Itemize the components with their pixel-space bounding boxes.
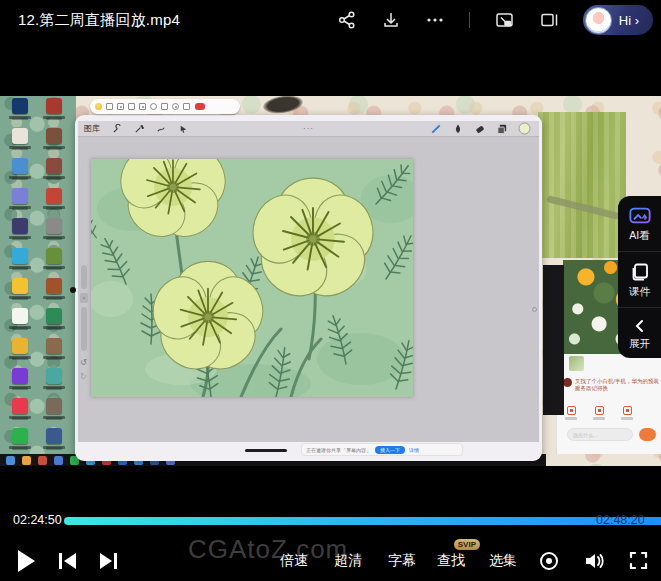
courseware-button[interactable]: 课件 bbox=[618, 251, 661, 307]
desktop-app-icon[interactable] bbox=[37, 398, 71, 428]
chat-message: 又找了个小白机/手机，华为的预装服务器记得换 bbox=[563, 378, 661, 392]
brush-size-slider[interactable] bbox=[81, 265, 87, 289]
desktop-app-icon[interactable] bbox=[3, 98, 37, 128]
watermark: CGAtoZ.com bbox=[188, 534, 348, 565]
next-episode-button[interactable] bbox=[99, 553, 117, 569]
procreate-menu-dots[interactable]: ··· bbox=[303, 124, 314, 133]
record-screen-icon[interactable] bbox=[539, 551, 559, 571]
line-tool-icon[interactable] bbox=[106, 103, 113, 110]
desktop-app-icon[interactable] bbox=[3, 278, 37, 308]
redo-button[interactable]: ↻ bbox=[80, 373, 87, 381]
desktop-app-icon[interactable] bbox=[37, 128, 71, 158]
fullscreen-icon[interactable] bbox=[629, 551, 648, 570]
undo-tool-icon[interactable] bbox=[183, 103, 190, 110]
flower-painting bbox=[91, 159, 413, 397]
toast-accept-button[interactable]: 接入一下 bbox=[375, 446, 405, 454]
progress-bar[interactable] bbox=[64, 517, 661, 525]
chat-image-thumbnail[interactable] bbox=[569, 356, 584, 371]
active-color-swatch[interactable] bbox=[518, 122, 531, 135]
desktop-app-icon[interactable] bbox=[3, 308, 37, 338]
mini-player-icon[interactable] bbox=[494, 10, 515, 30]
volume-icon[interactable] bbox=[584, 551, 605, 571]
desktop-app-icon[interactable] bbox=[3, 338, 37, 368]
play-button[interactable] bbox=[18, 550, 35, 572]
taskbar-app-icon[interactable] bbox=[6, 456, 15, 465]
desktop-app-icon[interactable] bbox=[3, 248, 37, 278]
layers-icon[interactable] bbox=[496, 123, 508, 135]
reference-painting bbox=[538, 112, 626, 258]
highlight-tool-icon[interactable] bbox=[117, 103, 124, 110]
brush-opacity-slider[interactable] bbox=[81, 307, 87, 351]
toast-detail-link[interactable]: 详情 bbox=[409, 447, 419, 453]
desktop-app-icon[interactable] bbox=[3, 398, 37, 428]
dock-window-icon[interactable] bbox=[539, 10, 559, 30]
smudge-icon[interactable] bbox=[452, 123, 464, 135]
previous-episode-button[interactable] bbox=[59, 553, 77, 569]
notification-badge bbox=[195, 103, 205, 110]
desktop-app-icon[interactable] bbox=[37, 98, 71, 128]
workspace-marker bbox=[532, 307, 537, 312]
desktop-app-icon[interactable] bbox=[37, 278, 71, 308]
window-header: 12.第二周直播回放.mp4 bbox=[0, 0, 661, 40]
speed-button[interactable]: 倍速 bbox=[280, 552, 308, 570]
desktop-app-icon[interactable] bbox=[37, 368, 71, 398]
subtitle-button[interactable]: 字幕 bbox=[388, 552, 416, 570]
current-time: 02:24:50 bbox=[13, 513, 62, 527]
transform-cursor-icon[interactable] bbox=[178, 124, 188, 134]
chat-input[interactable]: 说点什么… bbox=[567, 428, 633, 441]
taskbar-app-icon[interactable] bbox=[54, 456, 63, 465]
desktop-app-icon[interactable] bbox=[37, 188, 71, 218]
undo-button[interactable]: ↺ bbox=[80, 359, 87, 367]
video-frame[interactable]: （陈美天婷） 又找了个小白机/手机，华为的预装服务器记得换 说点什么… 图库 bbox=[0, 96, 661, 466]
chat-avatar bbox=[563, 378, 572, 387]
progress-row: 02:24:50 02:48:20 bbox=[0, 508, 661, 534]
desktop-app-icon[interactable] bbox=[3, 188, 37, 218]
record-tool-icon[interactable] bbox=[128, 103, 135, 110]
desktop-app-icon[interactable] bbox=[37, 338, 71, 368]
more-icon[interactable] bbox=[425, 10, 445, 30]
desktop-app-icon[interactable] bbox=[37, 218, 71, 248]
desktop-app-icon[interactable] bbox=[3, 368, 37, 398]
toast-text: 正在邀请你共享「屏幕内容」 bbox=[306, 447, 371, 453]
desktop-app-icon[interactable] bbox=[3, 158, 37, 188]
actions-wrench-icon[interactable] bbox=[112, 124, 122, 134]
selection-icon[interactable] bbox=[156, 124, 166, 134]
desktop-app-icon[interactable] bbox=[3, 218, 37, 248]
settings-tool-icon[interactable] bbox=[172, 103, 179, 110]
video-title: 12.第二周直播回放.mp4 bbox=[18, 11, 180, 30]
share-icon[interactable] bbox=[337, 10, 357, 30]
eraser-tool-icon[interactable] bbox=[150, 103, 157, 110]
annotation-toolbar[interactable] bbox=[90, 99, 240, 114]
adjustments-wand-icon[interactable] bbox=[134, 124, 144, 134]
desktop-app-icon[interactable] bbox=[37, 158, 71, 188]
share-toast: 正在邀请你共享「屏幕内容」 接入一下 详情 bbox=[301, 443, 463, 456]
chat-action-button[interactable] bbox=[621, 406, 633, 420]
quality-button[interactable]: 超清 bbox=[334, 552, 362, 570]
eraser-icon[interactable] bbox=[474, 123, 486, 135]
desktop-app-icon[interactable] bbox=[3, 128, 37, 158]
account-pill[interactable]: Hi › bbox=[583, 5, 653, 35]
desktop-app-icon[interactable] bbox=[37, 308, 71, 338]
screen-tool-icon[interactable] bbox=[139, 103, 146, 110]
gallery-button[interactable]: 图库 bbox=[84, 123, 100, 134]
chat-message-text: 又找了个小白机/手机，华为的预装服务器记得换 bbox=[575, 378, 661, 392]
download-icon[interactable] bbox=[381, 10, 401, 30]
taskbar-app-icon[interactable] bbox=[22, 456, 31, 465]
painting-canvas[interactable] bbox=[91, 159, 413, 397]
taskbar-app-icon[interactable] bbox=[38, 456, 47, 465]
chat-action-button[interactable] bbox=[565, 406, 577, 420]
greeting-label: Hi › bbox=[619, 13, 639, 28]
modify-button[interactable]: ▫ bbox=[80, 293, 88, 303]
pen-tool-icon[interactable] bbox=[95, 103, 102, 110]
expand-button[interactable]: 展开 bbox=[618, 307, 661, 359]
select-tool-icon[interactable] bbox=[161, 103, 168, 110]
episodes-button[interactable]: 选集 bbox=[489, 552, 517, 570]
chat-send-button[interactable] bbox=[639, 428, 656, 441]
chat-action-row bbox=[565, 406, 633, 420]
ai-watch-button[interactable]: AI看 bbox=[618, 196, 661, 251]
search-button[interactable]: 查找 SVIP bbox=[437, 552, 465, 570]
desktop-app-icon[interactable] bbox=[37, 248, 71, 278]
chat-action-button[interactable] bbox=[593, 406, 605, 420]
brush-icon[interactable] bbox=[430, 123, 442, 135]
windows-desktop bbox=[0, 96, 76, 466]
